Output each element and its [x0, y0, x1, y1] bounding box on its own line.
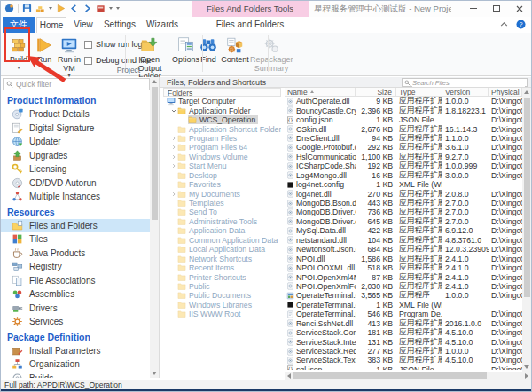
chevron-collapsed-icon[interactable] — [169, 136, 177, 141]
titlebar: Files And Folders Tools 星程服务管理中心测试版 - Ne… — [1, 1, 531, 17]
chevron-collapsed-icon[interactable] — [169, 163, 177, 169]
tab-home[interactable]: Home — [36, 17, 66, 33]
tree-item-administrative-tools[interactable]: Administrative Tools — [163, 217, 281, 226]
file-name-cell: MongoDB.Bson.dll — [285, 199, 356, 208]
sidebar-item-upgrades[interactable]: Upgrades — [1, 149, 150, 163]
tree-item-send-to[interactable]: Send To — [163, 208, 281, 216]
chevron-collapsed-icon[interactable] — [169, 154, 177, 160]
file-name-cell: HslCommunication.dll — [285, 153, 356, 161]
tree-item-program-files-64[interactable]: Program Files 64 — [163, 143, 281, 152]
tree-item-wcs-operation[interactable]: WCS_Operation — [163, 115, 281, 124]
column-header-type[interactable]: Type — [396, 88, 442, 96]
sidebar-item-digital-signature[interactable]: Digital Signature — [1, 122, 150, 136]
tree-item-printer-shortcuts[interactable]: Printer Shortcuts — [163, 272, 281, 281]
sidebar-scrollbar[interactable] — [150, 77, 159, 378]
tree-item-windows-libraries[interactable]: Windows Libraries — [163, 301, 281, 310]
tree-item-recent-items[interactable]: Recent Items — [163, 263, 281, 272]
tree-item-favorites[interactable]: Favorites — [163, 180, 281, 189]
scrollbar-thumb[interactable] — [524, 98, 530, 297]
sidebar-item-updater[interactable]: Updater — [1, 135, 150, 149]
scroll-down-icon[interactable] — [522, 363, 531, 372]
scroll-right-icon[interactable] — [522, 372, 531, 380]
sidebar-item-cd-dvd-autorun[interactable]: CD/DVD Autorun — [1, 176, 150, 191]
files-scrollbar-vertical[interactable] — [522, 88, 531, 372]
sidebar-item-builds[interactable]: Builds — [1, 372, 150, 379]
file-row-sql-json[interactable]: {}sql.json1 KBJSON FileD:\XingcOpe — [285, 365, 522, 370]
sidebar-item-install-parameters[interactable]: Install Parameters — [1, 344, 150, 358]
close-button[interactable] — [508, 1, 531, 16]
scroll-up-icon[interactable] — [150, 77, 159, 86]
tree-item-application-folder[interactable]: Application Folder — [163, 106, 281, 114]
tree-item-network-shortcuts[interactable]: Network Shortcuts — [163, 254, 281, 263]
dropdown-icon[interactable] — [49, 7, 52, 10]
folders-column-header[interactable]: Folders — [163, 88, 281, 97]
ribbon: Build ▾ Run Run in VM ▾ Show run log Deb… — [1, 33, 531, 76]
column-header-size[interactable]: Size — [356, 88, 396, 96]
maximize-button[interactable] — [485, 1, 508, 16]
file-row-servicestack-text-dll[interactable]: ServiceStack.Text.dll383 KB应用程序扩展4.5.10.… — [285, 356, 522, 365]
scroll-down-icon[interactable] — [150, 369, 159, 378]
file-row-log4mongo-dll[interactable]: Log4Mongo.dll16 KB应用程序扩展3.0.0.0D:\XingcO… — [285, 171, 522, 180]
file-version-cell: 1.0.0.0 — [442, 347, 489, 356]
tab-settings[interactable]: Settings — [100, 17, 139, 33]
tree-item-label: My Documents — [186, 190, 243, 199]
scrollbar-thumb[interactable] — [152, 87, 158, 220]
scrollbar-thumb[interactable] — [293, 372, 487, 379]
files-scrollbar-horizontal[interactable] — [285, 372, 531, 380]
column-header-physical-sou[interactable]: Physical Sou — [489, 88, 522, 96]
column-header-version[interactable]: Version — [442, 88, 489, 96]
dropdown-icon[interactable] — [109, 7, 113, 10]
scroll-up-icon[interactable] — [522, 88, 531, 97]
sidebar-item-assemblies[interactable]: Assemblies — [1, 287, 150, 302]
help-icon[interactable]: ? — [516, 20, 526, 29]
tree-item-templates[interactable]: Templates — [163, 199, 281, 208]
tree-item-target-computer[interactable]: Target Computer — [163, 97, 281, 106]
sidebar-item-tiles[interactable]: Tiles — [1, 232, 150, 247]
tab-view[interactable]: View — [68, 17, 98, 33]
tree-item-public-documents[interactable]: Public Documents — [163, 291, 281, 300]
content-button[interactable]: Content — [220, 35, 250, 74]
tree-item-application-shortcut-folder[interactable]: Application Shortcut Folder — [163, 124, 281, 133]
options-button[interactable]: Options — [172, 35, 199, 74]
chevron-collapsed-icon[interactable] — [169, 192, 177, 197]
tree-item-common-application-data[interactable]: Common Application Data — [163, 236, 281, 245]
collapse-ribbon-icon[interactable] — [499, 20, 509, 29]
chevron-collapsed-icon[interactable] — [169, 145, 177, 150]
files-search-box[interactable] — [402, 78, 528, 87]
scroll-left-icon[interactable] — [285, 372, 293, 380]
find-button[interactable]: Find — [198, 35, 219, 74]
qat-customize-icon[interactable] — [116, 7, 120, 10]
sidebar-item-organization[interactable]: Organization — [1, 357, 150, 372]
sidebar-item-files-and-folders[interactable]: Files and Folders — [1, 219, 150, 233]
sidebar-item-multiple-instances[interactable]: Multiple Instances — [1, 190, 150, 204]
file-version-cell: 12.0.3.23909 — [442, 245, 489, 254]
file-row-bouncycastle-crypto[interactable]: BouncyCastle.Crypto...2,396 KB应用程序扩展1.8.… — [285, 106, 522, 114]
tree-item-windows-volume[interactable]: Windows Volume — [163, 153, 281, 161]
sidebar-item-services[interactable]: Services — [1, 315, 150, 329]
sidebar-item-registry[interactable]: Registry — [1, 260, 150, 274]
sidebar-item-file-associations[interactable]: File Associations — [1, 274, 150, 288]
files-search-input[interactable] — [412, 79, 525, 87]
file-name-cell: NPOI.OOXML.dll — [285, 263, 356, 272]
chevron-expanded-icon[interactable] — [169, 108, 177, 114]
tree-item-desktop[interactable]: Desktop — [163, 171, 281, 180]
sidebar-item-product-details[interactable]: Product Details — [1, 107, 150, 122]
tree-item-program-files[interactable]: Program Files — [163, 134, 281, 143]
tab-files-and-folders[interactable]: Files and Folders — [192, 17, 308, 33]
file-version-cell: 4.5.10.0 — [442, 328, 489, 337]
tree-item-application-data[interactable]: Application Data — [163, 226, 281, 235]
column-header-name[interactable]: Name — [285, 88, 356, 96]
sidebar-item-java-products[interactable]: Java Products — [1, 247, 150, 261]
file-row-operateterminal-exe[interactable]: OperateTerminal.exe3,565 KB应用程序1.0.0.0D:… — [285, 291, 522, 300]
tree-item-my-documents[interactable]: My Documents — [163, 189, 281, 198]
minimize-button[interactable] — [462, 1, 485, 16]
tree-item-local-application-data[interactable]: Local Application Data — [163, 245, 281, 254]
tree-item-public[interactable]: Public — [163, 282, 281, 291]
tree-item-start-menu[interactable]: Start Menu — [163, 161, 281, 170]
sidebar-item-licensing[interactable]: Licensing — [1, 162, 150, 176]
tree-item-iis-www-root[interactable]: IIS WWW Root — [163, 310, 281, 318]
dll-icon — [286, 106, 294, 114]
file-row-operateterminal-exe[interactable]: OperateTerminal.exe...1 KBXML File (Wi..… — [285, 301, 522, 310]
sidebar-item-drivers[interactable]: Drivers — [1, 302, 150, 316]
tab-wizards[interactable]: Wizards — [141, 17, 184, 33]
